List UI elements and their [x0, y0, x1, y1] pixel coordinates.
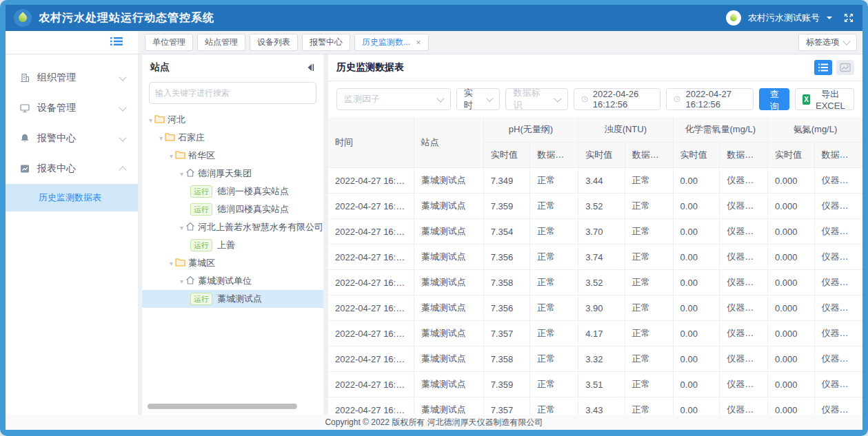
menu-collapse-icon[interactable]: [110, 37, 123, 49]
tab-close-icon[interactable]: ×: [416, 38, 421, 47]
chart-view-icon[interactable]: [836, 60, 854, 75]
table-view-icon[interactable]: [814, 60, 832, 75]
device-icon: [19, 103, 30, 114]
cell: 藁城测试点: [414, 270, 483, 295]
sidebar-item-组织管理[interactable]: 组织管理: [6, 63, 138, 93]
cell: 2022-04-27 16:08:05: [328, 270, 414, 295]
cell: 2022-04-27 16:07:05: [328, 295, 414, 321]
scrollbar-thumb[interactable]: [148, 404, 297, 409]
sidebar-item-label: 组织管理: [37, 72, 120, 84]
tab-label: 设备列表: [257, 37, 290, 48]
sidebar-item-设备管理[interactable]: 设备管理: [6, 93, 138, 123]
cell: 3.52: [578, 194, 625, 219]
sub-column-header-数据标识: 数据标识: [530, 143, 578, 168]
caret-expanded-icon[interactable]: ▾: [170, 260, 173, 267]
cell: 藁城测试点: [414, 295, 483, 321]
column-group-浊度(NTU): 浊度(NTU): [578, 117, 673, 143]
cell: 3.32: [578, 346, 625, 372]
export-excel-button[interactable]: X 导出EXCEL: [795, 88, 854, 110]
panel-collapse-icon[interactable]: [305, 63, 315, 72]
account-name[interactable]: 农村污水测试账号: [748, 12, 820, 24]
home-icon: [185, 222, 195, 233]
tab-站点管理[interactable]: 站点管理: [197, 34, 245, 51]
status-badge-running: 运行: [190, 203, 212, 216]
account-dropdown-caret-icon[interactable]: [827, 17, 832, 19]
tab-单位管理[interactable]: 单位管理: [145, 34, 193, 51]
station-label: 藁城测试点: [217, 293, 262, 305]
table-row: 2022-04-27 16:03:05藁城测试点7.357正常3.43正常0.0…: [328, 397, 862, 415]
main-panel-header: 历史监测数据表: [328, 54, 862, 81]
period-select[interactable]: 实时: [456, 88, 501, 110]
excel-icon: X: [803, 94, 809, 105]
tree-node-河北[interactable]: ▾河北: [142, 111, 323, 129]
tree-node-藁城区[interactable]: ▾藁城区: [142, 254, 323, 272]
tab-报警中心[interactable]: 报警中心: [302, 34, 350, 51]
clock-icon: [581, 94, 588, 104]
tree-node-上善[interactable]: 运行上善: [142, 236, 323, 254]
cell: 7.358: [483, 346, 530, 372]
caret-expanded-icon[interactable]: ▾: [149, 116, 152, 124]
top-header: 农村污水处理站运行动态管控系统 农村污水测试账号: [6, 5, 862, 31]
cell: 7.354: [483, 219, 530, 245]
data-flag-placeholder: 数据标识: [513, 87, 547, 112]
tree-node-label: 石家庄: [178, 132, 205, 144]
cell: 正常: [625, 397, 673, 415]
tree-node-藁城测试点[interactable]: 运行藁城测试点: [142, 290, 323, 308]
cell: 0.000: [768, 295, 815, 321]
query-button[interactable]: 查询: [759, 88, 789, 110]
table-row: 2022-04-27 16:11:05藁城测试点7.359正常3.52正常0.0…: [328, 194, 862, 219]
caret-expanded-icon[interactable]: ▾: [180, 278, 183, 285]
cell: 3.44: [578, 168, 625, 194]
tree-panel-header: 站点: [142, 54, 323, 81]
copyright-text: Copyright © 2022 版权所有 河北德润厚天仪器制造有限公司: [325, 417, 543, 428]
status-badge-running: 运行: [190, 239, 212, 251]
tree-search-input[interactable]: [149, 82, 316, 104]
tree-node-label: 藁城测试单位: [198, 275, 252, 287]
caret-expanded-icon[interactable]: ▾: [180, 224, 183, 231]
sidebar-item-label: 设备管理: [37, 102, 120, 114]
cell: 正常: [625, 168, 673, 194]
cell: 正常: [530, 321, 578, 346]
start-time-picker[interactable]: 2022-04-26 16:12:56: [574, 88, 661, 110]
caret-expanded-icon[interactable]: ▾: [159, 134, 163, 142]
cell: 藁城测试点: [414, 194, 483, 219]
data-flag-select[interactable]: 数据标识: [505, 88, 567, 110]
sidebar-subitem-历史监测数据表[interactable]: 历史监测数据表: [6, 184, 138, 211]
cell: 0.00: [673, 397, 720, 415]
cell: 0.000: [768, 397, 815, 415]
cell: 正常: [625, 270, 673, 295]
tree-node-德润一楼真实站点[interactable]: 运行德润一楼真实站点: [142, 183, 323, 200]
tree-node-德润厚天集团[interactable]: ▾德润厚天集团: [142, 165, 323, 183]
cell: 7.356: [483, 245, 530, 270]
tree-node-藁城测试单位[interactable]: ▾藁城测试单位: [142, 272, 323, 290]
table-row: 2022-04-27 16:09:05藁城测试点7.356正常3.74正常0.0…: [328, 245, 862, 270]
tree-node-裕华区[interactable]: ▾裕华区: [142, 147, 323, 165]
sidebar-item-报表中心[interactable]: 报表中心: [6, 154, 138, 184]
caret-expanded-icon[interactable]: ▾: [170, 152, 173, 160]
tab-设备列表[interactable]: 设备列表: [250, 34, 298, 51]
cell: 正常: [530, 372, 578, 397]
cell: 0.000: [768, 219, 815, 245]
chevron-up-icon: [119, 166, 126, 174]
tree-node-label: 河北上善若水智慧水务有限公司: [198, 221, 323, 233]
caret-expanded-icon[interactable]: ▾: [180, 170, 183, 178]
cell: 藁城测试点: [414, 321, 483, 346]
tree-node-石家庄[interactable]: ▾石家庄: [142, 129, 323, 147]
cell: 0.000: [768, 194, 815, 219]
cell: 2022-04-27 16:11:05: [328, 194, 414, 219]
cell: 0.00: [673, 372, 720, 397]
tree-node-德润四楼真实站点[interactable]: 运行德润四楼真实站点: [142, 200, 323, 218]
sidebar-item-报警中心[interactable]: 报警中心: [6, 123, 138, 154]
end-time-picker[interactable]: 2022-04-27 16:12:56: [666, 88, 754, 110]
cell: 仪器离线: [720, 245, 768, 270]
fullscreen-icon[interactable]: [843, 12, 854, 23]
cell: 0.000: [768, 270, 815, 295]
tab-历史监测数...[interactable]: 历史监测数...×: [354, 34, 429, 51]
sub-column-header-数据标识: 数据标识: [625, 143, 673, 168]
tree-node-河北上善若水智慧水务有限公司[interactable]: ▾河北上善若水智慧水务有限公司: [142, 218, 323, 236]
chevron-down-icon: [436, 94, 444, 102]
tag-options-button[interactable]: 标签选项: [798, 34, 857, 51]
cell: 0.00: [673, 168, 720, 194]
monitor-factor-select[interactable]: 监测因子: [336, 88, 451, 110]
station-label: 上善: [217, 239, 235, 251]
